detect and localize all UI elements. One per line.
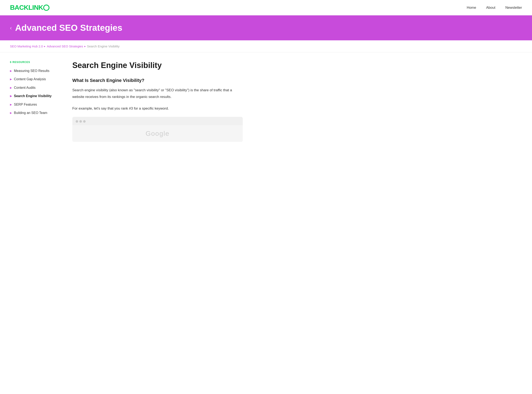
sidebar-item-label-3: Content Audits (14, 85, 36, 90)
google-logo: Google (145, 130, 169, 137)
sidebar-item-building-seo-team[interactable]: ▶ Building an SEO Team (10, 111, 60, 115)
resources-label: 6 RESOURCES (10, 61, 60, 64)
article-section-title: What Is Search Engine Visibility? (72, 78, 243, 83)
logo-text: BACKLINK (10, 4, 43, 11)
hero-title: Advanced SEO Strategies (15, 23, 123, 33)
sidebar-item-content-gap[interactable]: ▶ Content Gap Analysis (10, 77, 60, 82)
browser-content-area: Google (72, 125, 243, 142)
browser-dots (72, 120, 243, 125)
sidebar-item-label-4: Search Engine Visibility (14, 94, 51, 98)
sidebar-item-search-engine-visibility[interactable]: ▶ Search Engine Visibility (10, 94, 60, 98)
sidebar-item-measuring[interactable]: ▶ Measuring SEO Results (10, 69, 60, 73)
sidebar-arrow-icon-1: ▶ (10, 69, 12, 72)
main-nav: Home About Newsletter (467, 6, 522, 10)
main-layout: 6 RESOURCES ▶ Measuring SEO Results ▶ Co… (0, 52, 270, 150)
breadcrumb-item-advanced[interactable]: Advanced SEO Strategies (47, 45, 83, 48)
sidebar-arrow-icon-3: ▶ (10, 86, 12, 89)
sidebar-item-label-1: Measuring SEO Results (14, 69, 50, 73)
back-arrow-icon[interactable]: ‹ (10, 25, 12, 31)
sidebar-arrow-icon-2: ▶ (10, 78, 12, 81)
breadcrumb-item-current: Search Engine Visibility (87, 45, 119, 48)
article-title: Search Engine Visibility (72, 61, 243, 70)
sidebar-nav-list: ▶ Measuring SEO Results ▶ Content Gap An… (10, 69, 60, 115)
hero-banner: ‹ Advanced SEO Strategies (0, 16, 532, 40)
sidebar-item-label-6: Building an SEO Team (14, 111, 47, 115)
article-content: Search Engine Visibility What Is Search … (72, 61, 243, 142)
breadcrumb: SEO Marketing Hub 2.0 ▸ Advanced SEO Str… (0, 40, 532, 52)
logo-o (43, 5, 50, 11)
sidebar-arrow-icon-4: ▶ (10, 95, 12, 98)
nav-about[interactable]: About (486, 6, 495, 10)
browser-dot-2 (79, 120, 82, 123)
sidebar-item-serp-features[interactable]: ▶ SERP Features (10, 102, 60, 107)
sidebar-item-label-5: SERP Features (14, 102, 37, 107)
site-logo[interactable]: BACKLINK (10, 4, 50, 11)
breadcrumb-separator-1: ▸ (44, 45, 46, 48)
sidebar-arrow-icon-5: ▶ (10, 103, 12, 106)
browser-mockup: Google (72, 117, 243, 142)
nav-newsletter[interactable]: Newsletter (505, 6, 522, 10)
sidebar-arrow-icon-6: ▶ (10, 111, 12, 114)
sidebar-item-content-audits[interactable]: ▶ Content Audits (10, 85, 60, 90)
browser-dot-3 (83, 120, 86, 123)
sidebar-item-label-2: Content Gap Analysis (14, 77, 46, 82)
sidebar: 6 RESOURCES ▶ Measuring SEO Results ▶ Co… (10, 61, 60, 142)
nav-home[interactable]: Home (467, 6, 476, 10)
article-paragraph-2: For example, let's say that you rank #3 … (72, 105, 243, 112)
site-header: BACKLINK Home About Newsletter (0, 0, 532, 16)
breadcrumb-separator-2: ▸ (84, 45, 86, 48)
breadcrumb-item-hub[interactable]: SEO Marketing Hub 2.0 (10, 45, 43, 48)
browser-dot-1 (76, 120, 78, 123)
article-paragraph-1: Search engine visibility (also known as … (72, 87, 243, 100)
